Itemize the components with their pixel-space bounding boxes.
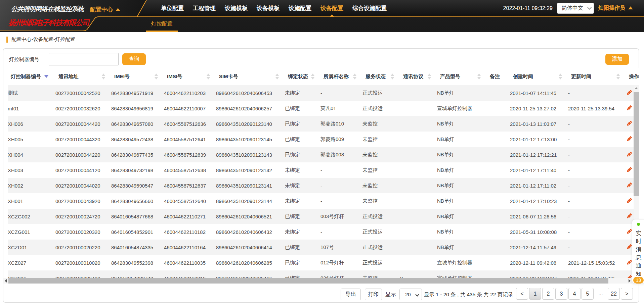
- page-button[interactable]: 4: [568, 288, 581, 300]
- column-header[interactable]: 所属杆名称: [320, 68, 362, 85]
- edit-pencil-icon[interactable]: [626, 136, 633, 143]
- sort-icon[interactable]: [353, 73, 356, 80]
- edit-pencil-icon[interactable]: [626, 89, 633, 97]
- nav-item[interactable]: 工程管理: [193, 4, 216, 12]
- cell-created-time: 2021-01-07 14:11:45: [510, 85, 568, 101]
- page-button[interactable]: 22: [608, 288, 620, 300]
- edit-pencil-icon[interactable]: [626, 244, 633, 251]
- table-row[interactable]: XH002 0027200100044020 864283049590547 4…: [8, 178, 639, 193]
- sort-icon[interactable]: [275, 73, 279, 80]
- page-button[interactable]: ...: [595, 288, 607, 300]
- edit-pencil-icon[interactable]: [626, 120, 633, 128]
- sort-icon[interactable]: [428, 73, 431, 80]
- table-row[interactable]: XCZG001 0027200100020320 864016054852901…: [8, 224, 639, 240]
- cell-sim: 89860426102040606453: [216, 85, 285, 101]
- page-button[interactable]: <: [516, 288, 528, 300]
- cell-created-time: 2021-01-12 17:13:00: [510, 132, 568, 147]
- table-row[interactable]: XCZ026 0027200100006420 864016054883742 …: [8, 270, 639, 278]
- user-menu[interactable]: 灿阳操作员: [598, 5, 633, 12]
- cell-imei: 864283049571919: [111, 85, 164, 101]
- nav-item[interactable]: 综合设施配置: [352, 4, 387, 12]
- column-header[interactable]: 创建时间: [510, 68, 568, 85]
- scroll-up-arrow-icon[interactable]: [634, 86, 639, 91]
- cell-address: 0027200100042520: [55, 85, 111, 101]
- page-button[interactable]: 2: [542, 288, 554, 300]
- horizontal-scrollbar[interactable]: [3, 278, 632, 284]
- edit-pencil-icon[interactable]: [626, 166, 633, 174]
- table-row[interactable]: XCZ027 0027200100010020 864283049552398 …: [8, 255, 639, 270]
- config-center-menu[interactable]: 配置中心: [90, 6, 120, 13]
- cell-protocol: [400, 209, 437, 224]
- notify-count-badge[interactable]: 13: [633, 277, 644, 284]
- nav-item[interactable]: 设备模板: [257, 4, 280, 12]
- sort-icon[interactable]: [155, 73, 158, 80]
- horizontal-scrollbar-thumb[interactable]: [8, 278, 608, 284]
- scroll-left-arrow-icon[interactable]: [3, 278, 8, 284]
- table-row[interactable]: XH005 0027200100044320 864283049572438 4…: [8, 132, 639, 147]
- controller-id-input[interactable]: [49, 53, 119, 65]
- nav-item[interactable]: 设施模板: [225, 4, 248, 12]
- language-select[interactable]: 简体中文: [557, 3, 594, 14]
- sort-icon[interactable]: [616, 73, 620, 80]
- edit-pencil-icon[interactable]: [626, 182, 633, 190]
- table-row[interactable]: XH004 0027200100044220 864283049677435 4…: [8, 147, 639, 162]
- table-row[interactable]: XCZD01 0027200100020220 864016054874335 …: [8, 240, 639, 255]
- column-header[interactable]: SIM卡号: [216, 68, 285, 85]
- nav-item[interactable]: 设备配置: [320, 4, 343, 12]
- cell-sim: 89860426102040606521: [216, 209, 285, 224]
- cell-remark: [487, 240, 510, 255]
- sort-icon[interactable]: [559, 73, 562, 80]
- sort-icon[interactable]: [311, 73, 314, 80]
- vertical-scrollbar-thumb[interactable]: [634, 92, 639, 196]
- cell-updated-time: -: [568, 132, 626, 147]
- page-button[interactable]: 3: [555, 288, 567, 300]
- edit-pencil-icon[interactable]: [626, 259, 633, 267]
- page-button[interactable]: 5: [582, 288, 594, 300]
- sort-icon[interactable]: [207, 73, 210, 80]
- realtime-notify-panel[interactable]: 实时消息通知 13: [632, 219, 644, 284]
- page-size-select[interactable]: 20: [399, 289, 422, 300]
- table-row[interactable]: XH001 0027200100043920 864283049656660 4…: [8, 193, 639, 209]
- print-button[interactable]: 打印: [365, 289, 382, 300]
- page-button[interactable]: 1: [529, 288, 541, 300]
- page-button[interactable]: >: [621, 288, 633, 300]
- column-header-label: 所属杆名称: [324, 73, 349, 79]
- column-header[interactable]: 产品型号: [437, 68, 487, 85]
- sort-icon[interactable]: [44, 75, 49, 78]
- table-row[interactable]: mf01 0027200100032620 864283049656819 46…: [8, 101, 639, 116]
- tab-lamp-control-config[interactable]: 灯控配置: [146, 17, 178, 32]
- edit-pencil-icon[interactable]: [626, 197, 633, 205]
- export-button[interactable]: 导出: [341, 289, 361, 300]
- table-row[interactable]: 测试 0027200100042520 864283049571919 4600…: [8, 85, 639, 101]
- column-header[interactable]: 通讯协议: [400, 68, 437, 85]
- column-header[interactable]: 灯控制器编号: [8, 68, 55, 85]
- column-header[interactable]: 备注: [487, 68, 510, 85]
- column-header[interactable]: 操作: [626, 68, 639, 85]
- column-header[interactable]: IMSI号: [164, 68, 216, 85]
- edit-pencil-icon[interactable]: [626, 105, 633, 112]
- column-header[interactable]: 服务状态: [362, 68, 400, 85]
- edit-pencil-icon[interactable]: [626, 151, 633, 159]
- column-header[interactable]: IMEI号: [111, 68, 164, 85]
- edit-pencil-icon[interactable]: [626, 274, 633, 278]
- sort-icon[interactable]: [102, 73, 105, 80]
- column-header[interactable]: 通讯地址: [55, 68, 111, 85]
- sort-icon[interactable]: [477, 73, 481, 80]
- edit-pencil-icon[interactable]: [626, 228, 633, 236]
- nav-item[interactable]: 设施配置: [289, 4, 311, 12]
- column-header[interactable]: 绑定状态: [285, 68, 320, 85]
- nav-item[interactable]: 单位配置: [161, 4, 184, 12]
- search-button[interactable]: 查询: [122, 53, 146, 65]
- scroll-right-arrow-icon[interactable]: [627, 278, 632, 284]
- edit-pencil-icon[interactable]: [626, 213, 633, 220]
- table-row[interactable]: XH003 0027200100044120 864283049732198 4…: [8, 162, 639, 178]
- cell-address: 0027200100043920: [55, 193, 111, 209]
- column-header[interactable]: 更新时间: [568, 68, 626, 85]
- table-row[interactable]: XCZG002 0027200100024720 864016054877668…: [8, 209, 639, 224]
- cell-sim: 89860435102090123145: [216, 132, 285, 147]
- add-button[interactable]: 添加: [605, 54, 629, 65]
- sort-icon[interactable]: [391, 73, 394, 80]
- cell-remark: [487, 270, 510, 278]
- table-row[interactable]: XH006 0027200100044420 864283049657080 4…: [8, 116, 639, 132]
- cell-service-status: 正式投运: [362, 85, 400, 101]
